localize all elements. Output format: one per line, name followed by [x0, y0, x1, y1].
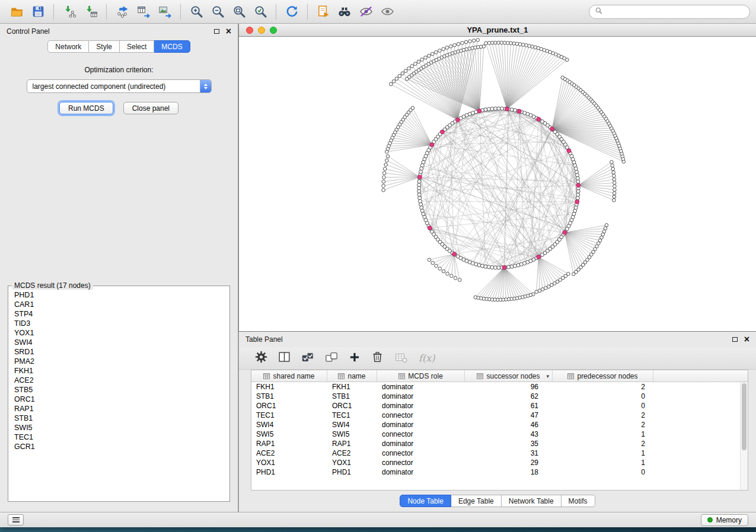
- import-network-button[interactable]: [59, 2, 80, 21]
- table-row[interactable]: ACE2ACE2connector311: [251, 448, 748, 458]
- search-input[interactable]: [606, 7, 744, 17]
- cell-predecessor-nodes: 2: [553, 383, 653, 391]
- result-node[interactable]: RAP1: [9, 404, 228, 414]
- cell-mcds-role: connector: [377, 411, 465, 419]
- close-window-button[interactable]: [246, 27, 253, 34]
- tab-style[interactable]: Style: [89, 40, 120, 53]
- table-row[interactable]: SWI5SWI5connector431: [251, 430, 748, 439]
- zoom-out-button[interactable]: [207, 2, 228, 21]
- table-row[interactable]: ORC1ORC1dominator610: [251, 401, 748, 411]
- column-label: name: [347, 372, 365, 380]
- result-node[interactable]: PHD1: [9, 290, 228, 300]
- save-icon: [32, 5, 44, 18]
- table-row[interactable]: TEC1TEC1connector472: [251, 411, 748, 420]
- network-window-titlebar[interactable]: YPA_prune.txt_1: [239, 24, 756, 37]
- result-node[interactable]: TEC1: [9, 432, 228, 442]
- table-panel-close-button[interactable]: ×: [744, 335, 749, 344]
- column-menu-icon[interactable]: ▾: [546, 373, 549, 379]
- result-node[interactable]: STB1: [9, 414, 228, 423]
- tab-edge-table[interactable]: Edge Table: [451, 495, 502, 507]
- table-row[interactable]: SWI4SWI4dominator462: [251, 420, 748, 430]
- table-row[interactable]: PHD1PHD1dominator180: [251, 467, 748, 477]
- delete-rows-button[interactable]: [371, 351, 384, 366]
- result-node[interactable]: SWI4: [9, 338, 228, 347]
- cell-mcds-role: connector: [377, 449, 465, 457]
- result-node[interactable]: PMA2: [9, 357, 228, 366]
- control-panel-tabs: NetworkStyleSelectMCDS: [0, 40, 238, 53]
- export-table-button[interactable]: [133, 2, 154, 21]
- share-document-button[interactable]: [312, 2, 334, 21]
- tab-select[interactable]: Select: [120, 40, 154, 53]
- function-builder-button[interactable]: f(x): [419, 352, 435, 364]
- minimize-window-button[interactable]: [258, 27, 265, 34]
- result-node[interactable]: SRD1: [9, 347, 228, 357]
- select-all-rows-button[interactable]: [301, 351, 314, 366]
- control-panel-float-button[interactable]: [214, 29, 219, 34]
- optimization-dropdown[interactable]: largest connected component (undirected): [27, 79, 212, 93]
- column-header-predecessor-nodes[interactable]: predecessor nodes: [553, 370, 653, 382]
- export-network-button[interactable]: [111, 2, 133, 21]
- column-header-successor-nodes[interactable]: successor nodes▾: [465, 370, 553, 382]
- cell-name: ACE2: [327, 449, 377, 457]
- result-node[interactable]: ORC1: [9, 395, 228, 404]
- table-row[interactable]: YOX1YOX1connector291: [251, 458, 748, 467]
- run-mcds-button[interactable]: Run MCDS: [59, 102, 113, 114]
- zoom-in-button[interactable]: [186, 2, 207, 21]
- table-panel-float-button[interactable]: [732, 337, 738, 342]
- deselect-all-rows-button[interactable]: [325, 351, 338, 366]
- settings-button[interactable]: [255, 351, 267, 366]
- refresh-button[interactable]: [281, 2, 302, 21]
- result-node[interactable]: CAR1: [9, 300, 228, 309]
- tab-network[interactable]: Network: [47, 40, 89, 53]
- cell-name: ORC1: [327, 402, 377, 410]
- optimization-criterion-label: Optimization criterion:: [0, 66, 238, 74]
- search-network-button[interactable]: [334, 2, 355, 21]
- tab-network-table[interactable]: Network Table: [502, 495, 562, 507]
- control-panel-close-button[interactable]: ×: [226, 27, 231, 36]
- result-node[interactable]: YOX1: [9, 328, 228, 338]
- table-scrollbar[interactable]: [740, 382, 748, 490]
- result-node[interactable]: STB5: [9, 385, 228, 395]
- table-row[interactable]: FKH1FKH1dominator962: [251, 382, 748, 392]
- close-panel-button[interactable]: Close panel: [123, 102, 178, 114]
- show-graphics-details-button[interactable]: [377, 2, 398, 21]
- result-node[interactable]: GCR1: [9, 442, 228, 451]
- cell-successor-nodes: 46: [465, 421, 553, 429]
- tab-mcds[interactable]: MCDS: [154, 40, 190, 53]
- show-graphics-details-icon: [381, 5, 394, 18]
- tab-motifs[interactable]: Motifs: [562, 495, 595, 507]
- result-node[interactable]: TID3: [9, 319, 228, 328]
- search-box[interactable]: [589, 5, 750, 19]
- cell-name: TEC1: [327, 411, 377, 419]
- zoom-selected-button[interactable]: [250, 2, 271, 21]
- result-node[interactable]: SWI5: [9, 423, 228, 432]
- hide-graphics-details-button[interactable]: [355, 2, 377, 21]
- result-node[interactable]: ACE2: [9, 376, 228, 385]
- open-folder-button[interactable]: [6, 2, 27, 21]
- table-row[interactable]: STB1STB1dominator620: [251, 392, 748, 401]
- tab-node-table[interactable]: Node Table: [400, 495, 451, 507]
- result-node[interactable]: STP4: [9, 309, 228, 319]
- status-menu-button[interactable]: [8, 514, 24, 525]
- maximize-window-button[interactable]: [270, 27, 277, 34]
- table-row[interactable]: RAP1RAP1dominator352: [251, 439, 748, 448]
- result-node[interactable]: FKH1: [9, 366, 228, 376]
- cell-predecessor-nodes: 2: [553, 411, 653, 419]
- add-row-button[interactable]: [349, 351, 361, 366]
- cell-name: FKH1: [327, 383, 377, 391]
- column-header-shared-name[interactable]: shared name: [251, 370, 327, 382]
- import-table-button[interactable]: [80, 2, 101, 21]
- save-button[interactable]: [27, 2, 49, 21]
- table-scrollbar-thumb[interactable]: [742, 383, 747, 450]
- zoom-fit-button[interactable]: [228, 2, 250, 21]
- export-image-button[interactable]: [154, 2, 176, 21]
- cell-successor-nodes: 43: [465, 430, 553, 438]
- network-canvas[interactable]: [239, 37, 756, 331]
- main-toolbar: [0, 0, 756, 24]
- select-all-rows-icon: [301, 351, 314, 366]
- split-panel-button[interactable]: [278, 351, 291, 366]
- delete-table-disabled-button[interactable]: [394, 351, 408, 366]
- memory-button[interactable]: Memory: [701, 514, 748, 526]
- column-header-mcds-role[interactable]: MCDS role: [377, 370, 465, 382]
- column-header-name[interactable]: name: [327, 370, 377, 382]
